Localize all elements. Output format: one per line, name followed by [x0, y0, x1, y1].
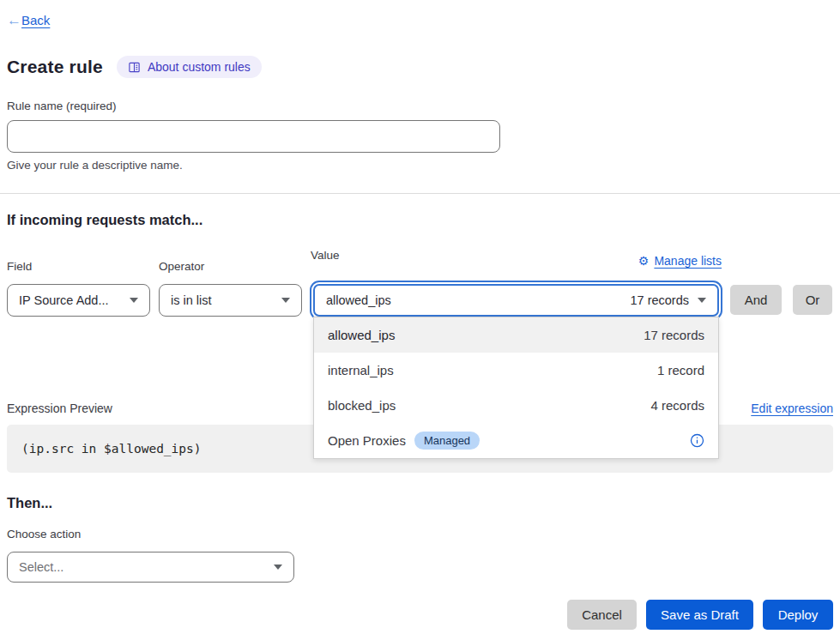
then-heading: Then...: [7, 495, 833, 511]
list-item-name: Open Proxies: [328, 433, 406, 448]
or-button[interactable]: Or: [793, 285, 832, 315]
value-select-meta: 17 records: [630, 293, 706, 307]
action-select-placeholder: Select...: [19, 560, 63, 574]
value-records-count: 17 records: [630, 293, 689, 307]
value-label: Value: [311, 249, 340, 262]
page-title: Create rule: [7, 57, 103, 77]
rule-name-helper: Give your rule a descriptive name.: [7, 159, 833, 172]
create-rule-page: ←Back Create rule About custom rules Rul…: [0, 0, 840, 634]
back-link[interactable]: ←Back: [7, 13, 50, 27]
list-item-open-proxies[interactable]: Open Proxies Managed: [314, 423, 718, 458]
value-select[interactable]: allowed_ips 17 records: [313, 284, 719, 317]
list-item-records: 17 records: [644, 328, 704, 342]
manage-lists-label: Manage lists: [654, 254, 722, 268]
expression-code: (ip.src in $allowed_ips): [21, 442, 202, 456]
list-item-internal-ips[interactable]: internal_ips 1 record: [314, 353, 718, 388]
footer-actions: Cancel Save as Draft Deploy: [7, 600, 833, 630]
operator-select[interactable]: is in list: [159, 284, 302, 317]
chevron-down-icon: [130, 298, 138, 303]
field-select-value: IP Source Add...: [19, 293, 109, 307]
edit-expression-link[interactable]: Edit expression: [751, 402, 833, 415]
gear-icon: ⚙: [638, 255, 650, 267]
chevron-down-icon: [281, 298, 290, 303]
list-item-info: [690, 433, 704, 448]
match-heading: If incoming requests match...: [7, 212, 833, 228]
value-select-value: allowed_ips: [326, 293, 391, 307]
rule-name-input[interactable]: [7, 120, 500, 153]
action-select[interactable]: Select...: [7, 552, 294, 583]
back-label: Back: [21, 13, 50, 27]
value-label-row: Value ⚙ Manage lists: [311, 249, 722, 273]
deploy-button[interactable]: Deploy: [763, 600, 833, 630]
list-item-blocked-ips[interactable]: blocked_ips 4 records: [314, 388, 718, 423]
field-label: Field: [7, 260, 150, 273]
list-item-name: allowed_ips: [328, 328, 395, 342]
operator-select-value: is in list: [171, 293, 212, 307]
list-item-allowed-ips[interactable]: allowed_ips 17 records: [314, 317, 718, 353]
about-custom-rules-link[interactable]: About custom rules: [117, 56, 262, 78]
rule-name-group: Rule name (required) Give your rule a de…: [7, 100, 833, 172]
list-item-records: 4 records: [650, 398, 704, 413]
condition-row: Field IP Source Add... Operator is in li…: [7, 249, 833, 317]
section-divider: [0, 193, 840, 194]
title-row: Create rule About custom rules: [7, 56, 833, 78]
list-item-records: 1 record: [657, 363, 704, 377]
save-as-draft-button[interactable]: Save as Draft: [646, 600, 753, 630]
info-icon[interactable]: [690, 433, 704, 448]
and-button[interactable]: And: [730, 285, 782, 315]
book-icon: [128, 61, 141, 74]
cancel-button[interactable]: Cancel: [567, 600, 637, 630]
back-arrow-icon: ←: [7, 13, 21, 27]
lists-dropdown-panel: allowed_ips 17 records internal_ips 1 re…: [313, 317, 719, 459]
field-column: Field IP Source Add...: [7, 260, 150, 317]
manage-lists-link[interactable]: ⚙ Manage lists: [638, 254, 722, 268]
choose-action-label: Choose action: [7, 528, 833, 540]
list-item-name: blocked_ips: [328, 398, 396, 413]
expression-preview-label: Expression Preview: [7, 402, 112, 415]
field-select[interactable]: IP Source Add...: [7, 284, 150, 317]
managed-badge: Managed: [414, 432, 480, 450]
rule-name-label: Rule name (required): [7, 100, 833, 112]
chevron-down-icon: [698, 298, 706, 303]
operator-column: Operator is in list: [159, 260, 302, 317]
value-column: Value ⚙ Manage lists allowed_ips 17 reco…: [311, 249, 722, 317]
chevron-down-icon: [274, 565, 282, 570]
about-custom-rules-label: About custom rules: [148, 60, 251, 74]
list-item-name: internal_ips: [328, 363, 394, 377]
operator-label: Operator: [159, 260, 302, 273]
